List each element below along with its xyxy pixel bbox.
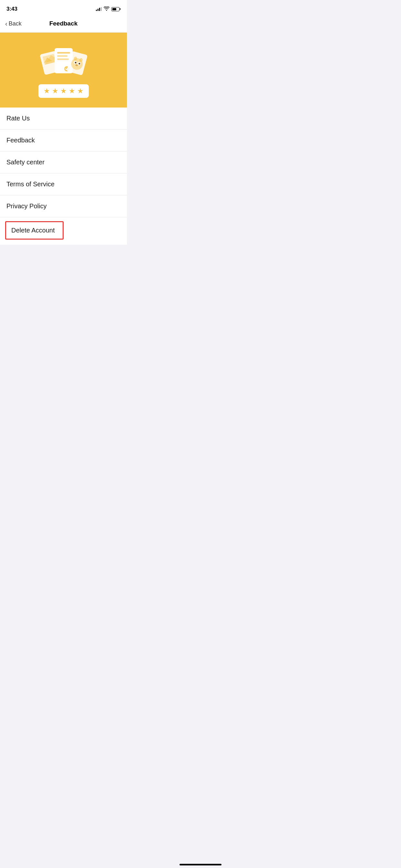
nav-title: Feedback bbox=[50, 20, 78, 27]
menu-list: Rate Us Feedback Safety center Terms of … bbox=[0, 107, 127, 245]
back-label: Back bbox=[9, 20, 22, 27]
hero-banner: ★ ★ ★ ★ ★ bbox=[0, 33, 127, 107]
menu-item-label-terms-of-service: Terms of Service bbox=[6, 181, 55, 188]
menu-item-feedback[interactable]: Feedback bbox=[0, 129, 127, 151]
nav-bar: ‹ Back Feedback bbox=[0, 16, 127, 33]
status-bar: 3:43 bbox=[0, 0, 127, 16]
star-1: ★ bbox=[43, 87, 50, 95]
star-4: ★ bbox=[69, 87, 75, 95]
menu-item-privacy-policy[interactable]: Privacy Policy bbox=[0, 195, 127, 217]
battery-icon bbox=[112, 7, 120, 11]
star-5: ★ bbox=[77, 87, 84, 95]
wifi-icon bbox=[104, 6, 110, 11]
back-chevron-icon: ‹ bbox=[5, 20, 7, 27]
menu-item-rate-us[interactable]: Rate Us bbox=[0, 107, 127, 129]
status-icons bbox=[96, 6, 120, 11]
star-2: ★ bbox=[52, 87, 58, 95]
menu-item-label-delete-account: Delete Account bbox=[11, 227, 55, 234]
back-button[interactable]: ‹ Back bbox=[5, 20, 22, 27]
menu-item-label-privacy-policy: Privacy Policy bbox=[6, 203, 47, 210]
svg-rect-6 bbox=[57, 55, 67, 57]
svg-rect-5 bbox=[57, 52, 70, 54]
menu-item-label-rate-us: Rate Us bbox=[6, 115, 30, 122]
star-3: ★ bbox=[60, 87, 67, 95]
menu-item-safety-center[interactable]: Safety center bbox=[0, 151, 127, 174]
hero-cards-icon bbox=[38, 42, 89, 81]
hero-illustration: ★ ★ ★ ★ ★ bbox=[38, 42, 89, 98]
menu-item-delete-account[interactable]: Delete Account bbox=[5, 221, 64, 240]
menu-item-label-feedback: Feedback bbox=[6, 136, 35, 144]
menu-item-label-safety-center: Safety center bbox=[6, 159, 44, 166]
menu-item-terms-of-service[interactable]: Terms of Service bbox=[0, 174, 127, 195]
signal-icon bbox=[96, 7, 102, 11]
stars-row: ★ ★ ★ ★ ★ bbox=[38, 84, 89, 98]
status-time: 3:43 bbox=[6, 6, 18, 12]
bottom-section bbox=[0, 245, 127, 358]
svg-rect-7 bbox=[57, 58, 69, 60]
